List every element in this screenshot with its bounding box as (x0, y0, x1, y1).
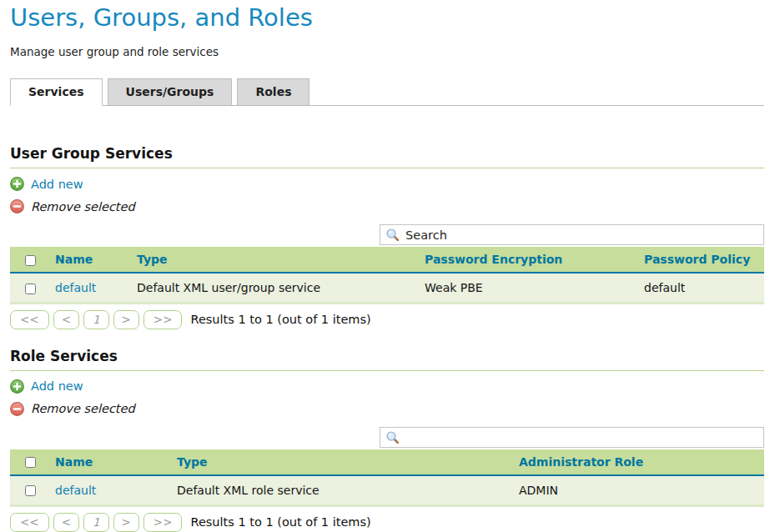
search-row (10, 224, 764, 245)
results-text: Results 1 to 1 (out of 1 items) (190, 313, 370, 326)
users-groups-roles-page: Users, Groups, and Roles Manage user gro… (0, 0, 765, 532)
page-title: Users, Groups, and Roles (10, 3, 764, 32)
service-name-link[interactable]: default (55, 281, 96, 294)
column-header-name[interactable]: Name (50, 449, 172, 475)
tab-roles[interactable]: Roles (237, 78, 310, 106)
pagination: << < 1 > >> Results 1 to 1 (out of 1 ite… (10, 310, 764, 329)
prev-page-button[interactable]: < (53, 310, 79, 329)
page-subtitle: Manage user group and role services (10, 45, 764, 58)
password-policy-cell: default (639, 273, 764, 304)
column-header-name[interactable]: Name (50, 247, 132, 273)
remove-icon (10, 199, 24, 213)
column-header-password-encryption[interactable]: Password Encryption (420, 247, 639, 273)
remove-selected-link[interactable]: Remove selected (31, 200, 135, 213)
remove-selected-row: Remove selected (10, 402, 764, 416)
row-checkbox[interactable] (25, 284, 36, 294)
first-page-button[interactable]: << (10, 310, 49, 329)
results-text: Results 1 to 1 (out of 1 items) (190, 515, 370, 529)
next-page-button[interactable]: > (113, 310, 139, 329)
column-header-password-policy[interactable]: Password Policy (639, 247, 764, 273)
column-header-type[interactable]: Type (172, 449, 514, 475)
last-page-button[interactable]: >> (143, 513, 183, 532)
search-row (10, 427, 764, 448)
add-icon (10, 177, 24, 191)
select-all-checkbox[interactable] (25, 255, 36, 266)
user-group-services-heading: User Group Services (10, 145, 764, 168)
password-encryption-cell: Weak PBE (420, 273, 639, 304)
tab-users-groups[interactable]: Users/Groups (108, 78, 233, 106)
role-services-heading: Role Services (10, 348, 764, 371)
table-row: default Default XML role service ADMIN (10, 475, 764, 506)
column-header-administrator-role[interactable]: Administrator Role (514, 449, 764, 475)
user-group-services-table: Name Type Password Encryption Password P… (10, 247, 764, 304)
remove-selected-row: Remove selected (10, 199, 764, 213)
add-icon (10, 379, 24, 394)
first-page-button[interactable]: << (10, 513, 49, 532)
table-header-row: Name Type Administrator Role (10, 449, 764, 475)
administrator-role-cell: ADMIN (514, 475, 764, 506)
add-new-link[interactable]: Add new (31, 178, 83, 191)
add-new-row: Add new (10, 177, 764, 191)
select-all-checkbox[interactable] (25, 457, 36, 468)
role-services-table: Name Type Administrator Role default Def… (10, 449, 764, 507)
search-input[interactable] (380, 224, 764, 245)
prev-page-button[interactable]: < (53, 513, 79, 532)
service-type-cell: Default XML user/group service (132, 273, 420, 304)
remove-selected-link[interactable]: Remove selected (31, 402, 135, 415)
service-type-cell: Default XML role service (172, 475, 514, 506)
table-header-row: Name Type Password Encryption Password P… (10, 247, 764, 273)
row-checkbox[interactable] (25, 485, 36, 496)
user-group-services-section: User Group Services Add new (10, 145, 764, 329)
add-new-row: Add new (10, 379, 764, 394)
add-new-link[interactable]: Add new (31, 379, 83, 393)
search-input[interactable] (380, 427, 764, 448)
current-page-button[interactable]: 1 (83, 513, 109, 532)
current-page-button[interactable]: 1 (83, 310, 109, 329)
role-services-section: Role Services Add new Remove selected (10, 348, 764, 532)
column-header-type[interactable]: Type (132, 247, 420, 273)
service-name-link[interactable]: default (55, 484, 96, 497)
pagination: << < 1 > >> Results 1 to 1 (out of 1 ite… (10, 513, 764, 532)
tab-bar: Services Users/Groups Roles (10, 78, 764, 106)
table-row: default Default XML user/group service W… (10, 273, 764, 304)
remove-icon (10, 402, 24, 416)
next-page-button[interactable]: > (113, 513, 139, 532)
tab-services[interactable]: Services (10, 78, 103, 106)
last-page-button[interactable]: >> (143, 310, 183, 329)
